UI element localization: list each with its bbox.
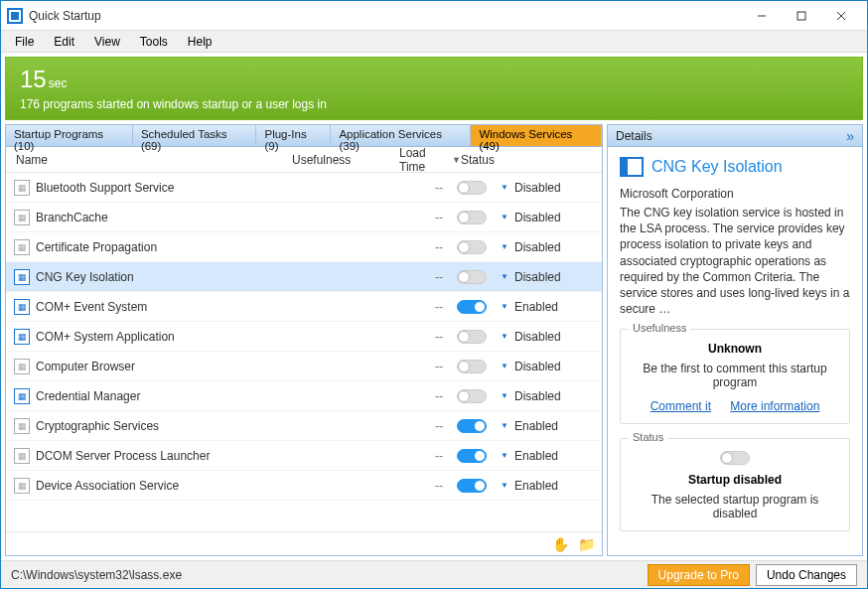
row-toggle[interactable] (457, 419, 487, 433)
status-path: C:\Windows\system32\lsass.exe (11, 568, 642, 582)
table-row[interactable]: ▦Certificate Propagation--▼Disabled (6, 232, 602, 262)
usefulness-group: Usefulness Unknown Be the first to comme… (620, 329, 850, 424)
row-toggle[interactable] (457, 330, 487, 344)
row-dropdown-icon[interactable]: ▼ (501, 272, 510, 281)
col-loadtime[interactable]: Load Time▼ (399, 146, 461, 174)
service-row-icon: ▦ (14, 269, 30, 285)
row-toggle[interactable] (457, 449, 487, 463)
table-row[interactable]: ▦BranchCache--▼Disabled (6, 203, 602, 232)
status-toggle[interactable] (720, 451, 750, 465)
service-row-icon: ▦ (14, 359, 30, 374)
services-panel: Startup Programs (10)Scheduled Tasks (69… (5, 124, 603, 556)
row-status: Enabled (510, 479, 558, 493)
service-row-icon: ▦ (14, 239, 30, 255)
summary-line: 176 programs started on windows startup … (20, 97, 848, 111)
refresh-icon[interactable]: ✋ (552, 536, 568, 552)
row-dropdown-icon[interactable]: ▼ (501, 242, 510, 251)
usefulness-sub: Be the first to comment this startup pro… (629, 362, 841, 389)
service-row-icon: ▦ (14, 329, 30, 345)
row-loadtime: -- (401, 360, 443, 373)
row-toggle[interactable] (457, 270, 487, 284)
service-row-icon: ▦ (14, 388, 30, 404)
row-dropdown-icon[interactable]: ▼ (501, 421, 510, 430)
menu-file[interactable]: File (5, 33, 44, 51)
row-loadtime: -- (401, 300, 443, 314)
row-status: Enabled (510, 449, 558, 463)
row-dropdown-icon[interactable]: ▼ (501, 481, 510, 490)
service-row-icon: ▦ (14, 448, 30, 464)
status-group: Status Startup disabled The selected sta… (620, 438, 850, 531)
service-row-icon: ▦ (14, 418, 30, 434)
table-row[interactable]: ▦COM+ System Application--▼Disabled (6, 322, 602, 352)
row-loadtime: -- (401, 389, 443, 403)
row-dropdown-icon[interactable]: ▼ (501, 302, 510, 311)
status-sub: The selected startup program is disabled (629, 493, 841, 520)
more-info-link[interactable]: More information (730, 399, 819, 413)
row-toggle[interactable] (457, 389, 487, 403)
row-name: CNG Key Isolation (36, 270, 294, 284)
folder-icon[interactable]: 📁 (578, 536, 594, 552)
menu-edit[interactable]: Edit (44, 33, 84, 51)
service-icon (620, 157, 644, 177)
status-bar: C:\Windows\system32\lsass.exe Upgrade to… (1, 560, 867, 588)
row-toggle[interactable] (457, 300, 487, 314)
undo-changes-button[interactable]: Undo Changes (756, 564, 857, 586)
row-name: BranchCache (36, 211, 294, 224)
row-name: Cryptographic Services (36, 419, 294, 433)
details-panel: Details » CNG Key Isolation Microsoft Co… (607, 124, 863, 556)
menu-bar: FileEditViewToolsHelp (1, 31, 867, 53)
tab[interactable]: Scheduled Tasks (69) (133, 125, 257, 146)
menu-help[interactable]: Help (178, 33, 222, 51)
panel-footer: ✋ 📁 (6, 531, 602, 555)
tab[interactable]: Startup Programs (10) (6, 125, 133, 146)
close-button[interactable] (821, 2, 861, 30)
row-status: Disabled (510, 270, 561, 284)
col-name[interactable]: Name (16, 153, 292, 167)
row-status: Disabled (510, 330, 561, 344)
row-toggle[interactable] (457, 479, 487, 493)
status-value: Startup disabled (629, 473, 841, 487)
row-dropdown-icon[interactable]: ▼ (501, 362, 510, 370)
row-loadtime: -- (401, 181, 443, 195)
maximize-button[interactable] (782, 2, 821, 30)
minimize-button[interactable] (742, 2, 782, 30)
row-toggle[interactable] (457, 181, 487, 195)
column-headers: Name Usefulness Load Time▼ Status (6, 147, 602, 173)
menu-tools[interactable]: Tools (130, 33, 178, 51)
title-bar: Quick Startup (1, 1, 867, 31)
table-row[interactable]: ▦CNG Key Isolation--▼Disabled (6, 262, 602, 292)
row-toggle[interactable] (457, 240, 487, 254)
row-name: Bluetooth Support Service (36, 181, 294, 195)
table-row[interactable]: ▦Cryptographic Services--▼Enabled (6, 411, 602, 441)
upgrade-button[interactable]: Upgrade to Pro (648, 564, 750, 586)
tab[interactable]: Application Services (39) (331, 125, 471, 146)
row-dropdown-icon[interactable]: ▼ (501, 332, 510, 341)
sort-arrow-icon: ▼ (452, 155, 461, 165)
expand-icon[interactable]: » (846, 128, 854, 144)
service-row-icon: ▦ (14, 299, 30, 315)
menu-view[interactable]: View (84, 33, 130, 51)
table-row[interactable]: ▦Credential Manager--▼Disabled (6, 381, 602, 411)
table-row[interactable]: ▦DCOM Server Process Launcher--▼Enabled (6, 441, 602, 471)
col-status[interactable]: Status (461, 153, 602, 167)
row-toggle[interactable] (457, 360, 487, 373)
row-toggle[interactable] (457, 211, 487, 224)
table-row[interactable]: ▦COM+ Event System--▼Enabled (6, 292, 602, 322)
row-status: Disabled (510, 360, 561, 373)
table-row[interactable]: ▦Computer Browser--▼Disabled (6, 352, 602, 381)
row-name: DCOM Server Process Launcher (36, 449, 294, 463)
table-row[interactable]: ▦Device Association Service--▼Enabled (6, 471, 602, 501)
tab[interactable]: Windows Services (49) (471, 125, 602, 146)
comment-link[interactable]: Comment it (651, 399, 711, 413)
row-dropdown-icon[interactable]: ▼ (501, 183, 510, 192)
tab[interactable]: Plug-Ins (9) (256, 125, 331, 146)
row-dropdown-icon[interactable]: ▼ (501, 451, 510, 460)
details-title: CNG Key Isolation (651, 158, 783, 176)
row-dropdown-icon[interactable]: ▼ (501, 391, 510, 400)
row-dropdown-icon[interactable]: ▼ (501, 213, 510, 221)
app-icon (7, 8, 23, 24)
row-status: Enabled (510, 300, 558, 314)
col-usefulness[interactable]: Usefulness (292, 153, 399, 167)
table-row[interactable]: ▦Bluetooth Support Service--▼Disabled (6, 173, 602, 203)
row-loadtime: -- (401, 211, 443, 224)
